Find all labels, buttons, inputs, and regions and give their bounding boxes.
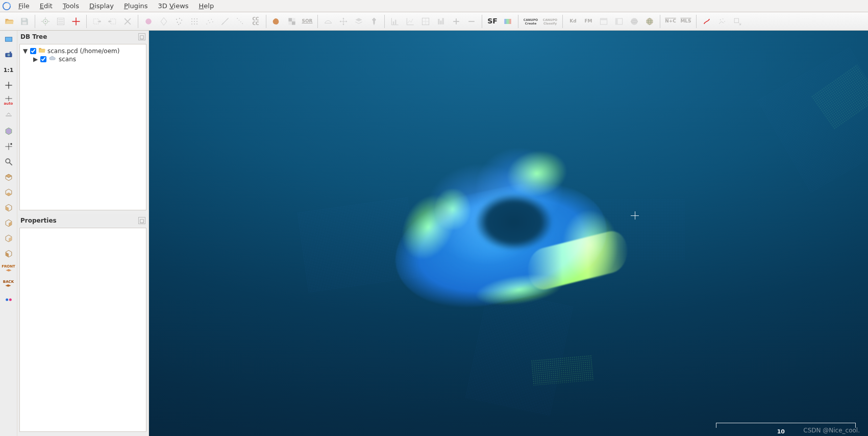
cube-back-icon[interactable]	[2, 247, 15, 260]
plus-move-icon[interactable]	[2, 140, 15, 153]
properties-panel[interactable]	[19, 228, 146, 432]
open-icon[interactable]	[2, 14, 16, 29]
fm-icon[interactable]: FM	[581, 14, 596, 29]
chart-l-icon[interactable]	[388, 14, 402, 29]
db-tree[interactable]: ▼ scans.pcd (/home/oem) ▶ scans	[19, 44, 146, 210]
sf-grad-icon[interactable]	[501, 14, 515, 29]
globe-gray-icon[interactable]	[627, 14, 641, 29]
tree-collapse-icon[interactable]: ▶	[33, 56, 38, 63]
primitive-icon[interactable]	[269, 14, 284, 29]
tree-item-label: scans	[59, 56, 76, 63]
checker-icon[interactable]	[285, 14, 299, 29]
diag-up-icon[interactable]	[218, 14, 232, 29]
svg-rect-67	[600, 18, 607, 20]
menu-file[interactable]: File	[13, 1, 35, 11]
toolbar-sep	[518, 15, 518, 28]
svg-point-37	[209, 22, 210, 23]
plus-cursor-icon[interactable]	[2, 79, 15, 92]
sor-icon[interactable]: SOR	[300, 14, 314, 29]
svg-point-33	[194, 23, 195, 25]
cube-right-icon[interactable]	[2, 216, 15, 230]
list-icon[interactable]	[54, 14, 68, 29]
svg-point-43	[237, 18, 238, 19]
db-tree-undock-icon[interactable]: ◻	[138, 33, 145, 40]
camera-icon[interactable]	[2, 48, 15, 61]
align-in-icon[interactable]	[90, 14, 104, 29]
svg-point-24	[180, 22, 181, 23]
tree-row-cloud[interactable]: ▶ scans	[21, 55, 145, 63]
delete-icon[interactable]	[120, 14, 135, 29]
menu-edit[interactable]: Edit	[35, 1, 58, 11]
cc-align-icon[interactable]: CC CC	[249, 14, 263, 29]
svg-rect-69	[615, 18, 617, 25]
menu-tools[interactable]: Tools	[58, 1, 84, 11]
kd-icon[interactable]: Kd	[566, 14, 580, 29]
svg-rect-1	[22, 18, 26, 20]
canupo-create-icon[interactable]: CANUPO Create	[522, 14, 540, 29]
tree-expand-icon[interactable]: ▼	[23, 47, 28, 55]
viewport-3d[interactable]: 10 CSDN @Nice_cool.	[149, 31, 868, 436]
svg-rect-48	[292, 21, 295, 25]
properties-title-label: Properties	[20, 217, 57, 224]
cube-bottom-icon[interactable]	[2, 186, 15, 199]
chart-grid-icon[interactable]	[418, 14, 433, 29]
chart-stack-icon[interactable]	[434, 14, 448, 29]
s-curve-icon[interactable]	[700, 14, 714, 29]
tree-checkbox[interactable]	[30, 48, 36, 54]
ortho-arrows-icon[interactable]	[2, 109, 15, 123]
menu-3dviews[interactable]: 3D Views	[153, 1, 194, 11]
panel1-icon[interactable]	[597, 14, 611, 29]
properties-undock-icon[interactable]: ◻	[138, 217, 145, 224]
move-icon[interactable]	[336, 14, 351, 29]
zoom-icon[interactable]	[2, 155, 15, 168]
point-pick-icon[interactable]	[38, 14, 53, 29]
toolbar-sep	[660, 15, 660, 28]
one-to-one-icon[interactable]: 1:1	[2, 63, 15, 77]
toolbar-sep	[35, 15, 35, 28]
canupo-classify-icon[interactable]: CANUPO Classify	[541, 14, 559, 29]
globe-stripes-icon[interactable]	[642, 14, 657, 29]
app-icon	[2, 2, 11, 11]
dots-icon[interactable]	[172, 14, 186, 29]
target-cross-icon[interactable]	[69, 14, 83, 29]
menu-help[interactable]: Help	[194, 1, 219, 11]
sf-text-icon[interactable]: SF	[485, 14, 500, 29]
front-label-icon[interactable]: FRONT	[2, 262, 15, 276]
cube-front-icon[interactable]	[2, 232, 15, 245]
svg-point-26	[191, 18, 192, 19]
sphere-icon[interactable]	[141, 14, 156, 29]
back-label-icon[interactable]: BACK	[2, 278, 15, 291]
save-icon[interactable]	[17, 14, 32, 29]
cube-left-icon[interactable]	[2, 201, 15, 214]
align-out-icon[interactable]	[105, 14, 119, 29]
svg-point-36	[208, 20, 209, 21]
menu-plugins[interactable]: Plugins	[119, 1, 153, 11]
pin-icon[interactable]	[367, 14, 381, 29]
grid-dots-icon[interactable]	[187, 14, 202, 29]
panel2-icon[interactable]	[612, 14, 626, 29]
watermark: CSDN @Nice_cool.	[803, 427, 860, 434]
layers-icon[interactable]	[352, 14, 366, 29]
tree-row-file[interactable]: ▼ scans.pcd (/home/oem)	[21, 46, 145, 55]
nplusc-icon[interactable]: N+C	[663, 14, 678, 29]
scatter-icon[interactable]	[203, 14, 217, 29]
diamond-icon[interactable]	[157, 14, 171, 29]
export-tool-icon[interactable]	[730, 14, 745, 29]
flickr-icon[interactable]	[2, 293, 15, 306]
tree-checkbox[interactable]	[40, 56, 46, 62]
svg-point-23	[177, 21, 178, 22]
rect-view-icon[interactable]	[2, 33, 15, 46]
plus-icon[interactable]	[449, 14, 463, 29]
plus-auto-icon[interactable]: auto	[2, 94, 15, 107]
mls-icon[interactable]: MLS	[679, 14, 693, 29]
svg-point-80	[7, 54, 10, 56]
toolbar-sep	[317, 15, 318, 28]
cube-top-icon[interactable]	[2, 171, 15, 184]
measure-icon[interactable]	[321, 14, 335, 29]
diag-down-icon[interactable]	[233, 14, 247, 29]
scan-tool-icon[interactable]	[715, 14, 729, 29]
cube-fill-icon[interactable]	[2, 125, 15, 138]
chart-axes-icon[interactable]	[403, 14, 417, 29]
minus-icon[interactable]	[464, 14, 479, 29]
menu-display[interactable]: Display	[84, 1, 119, 11]
